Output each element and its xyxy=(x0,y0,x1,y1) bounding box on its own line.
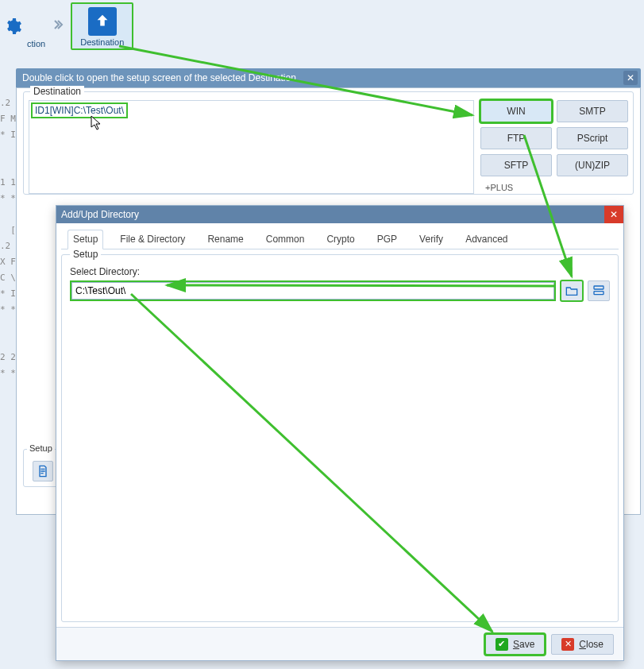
ribbon-toolbar: ction Destination xyxy=(0,0,644,52)
background-code-strip: .2 F M * I 1 1 * * [ .2 X F C \ * I * * … xyxy=(0,95,16,669)
dialog-title: Add/Upd Directory xyxy=(61,209,139,220)
svg-rect-4 xyxy=(594,286,604,289)
dialog-close-button[interactable]: ✕ xyxy=(604,206,623,223)
close-button-label: Close xyxy=(579,639,604,650)
plus-label: +PLUS xyxy=(485,183,628,192)
hint-text: Double click to open the setup screen of… xyxy=(22,72,296,83)
tab-setup[interactable]: Setup xyxy=(67,230,103,249)
tab-verify[interactable]: Verify xyxy=(414,230,449,249)
folder-open-icon xyxy=(565,285,578,296)
tab-file-directory[interactable]: File & Directory xyxy=(114,230,191,249)
ribbon-label-action-cut: ction xyxy=(27,39,45,48)
sftp-button[interactable]: SFTP xyxy=(480,154,552,176)
destination-listbox[interactable]: ID1[WIN]C:\Test\Out\ xyxy=(29,100,474,194)
hint-bar: Double click to open the setup screen of… xyxy=(16,68,641,87)
destination-group: Destination ID1[WIN]C:\Test\Out\ WIN SMT… xyxy=(23,91,634,195)
x-icon: ✕ xyxy=(561,638,574,651)
browse-folder-button[interactable] xyxy=(561,280,583,301)
document-icon xyxy=(37,465,49,478)
check-icon: ✔ xyxy=(496,638,508,651)
dialog-button-bar: ✔ Save ✕ Close xyxy=(56,627,623,660)
chevron-right-icon xyxy=(48,18,67,34)
close-button[interactable]: ✕ Close xyxy=(551,634,614,655)
save-button[interactable]: ✔ Save xyxy=(485,634,545,655)
close-icon[interactable]: ✕ xyxy=(623,71,638,85)
setup-mini-button[interactable] xyxy=(33,461,53,481)
directory-input[interactable] xyxy=(71,282,554,300)
save-button-label: Save xyxy=(513,639,534,650)
gear-icon xyxy=(2,15,24,37)
dialog-body-label: Setup xyxy=(70,249,101,260)
group-label: Destination xyxy=(30,86,84,97)
ftp-button[interactable]: FTP xyxy=(480,127,552,149)
smtp-button[interactable]: SMTP xyxy=(557,100,628,122)
tab-common[interactable]: Common xyxy=(260,230,310,249)
tab-pgp[interactable]: PGP xyxy=(372,230,403,249)
pscript-button[interactable]: PScript xyxy=(557,127,628,149)
setup-mini-label: Setup xyxy=(27,443,55,453)
directory-input-wrap xyxy=(70,280,556,301)
dialog-body-group: Setup Select Directory: xyxy=(61,254,619,622)
destination-button-grid: WIN SMTP FTP PScript SFTP (UN)ZIP +PLUS xyxy=(480,100,628,189)
unzip-button[interactable]: (UN)ZIP xyxy=(557,154,628,176)
destination-ribbon-button[interactable]: Destination xyxy=(71,2,133,50)
destination-list-item[interactable]: ID1[WIN]C:\Test\Out\ xyxy=(31,102,128,118)
directory-row xyxy=(70,280,610,301)
recent-folder-button[interactable] xyxy=(588,280,610,301)
dialog-titlebar: Add/Upd Directory ✕ xyxy=(56,206,623,223)
select-directory-label: Select Directory: xyxy=(70,266,610,277)
tab-rename[interactable]: Rename xyxy=(202,230,249,249)
ribbon-button-label: Destination xyxy=(80,37,124,47)
svg-rect-5 xyxy=(594,292,604,295)
dialog-tabstrip: Setup File & Directory Rename Common Cry… xyxy=(61,225,619,249)
close-icon: ✕ xyxy=(610,209,618,220)
win-button[interactable]: WIN xyxy=(480,100,552,122)
tab-advanced[interactable]: Advanced xyxy=(460,230,513,249)
tab-crypto[interactable]: Crypto xyxy=(321,230,360,249)
upload-icon xyxy=(88,7,117,36)
add-upd-directory-dialog: Add/Upd Directory ✕ Setup File & Directo… xyxy=(56,205,624,661)
server-icon xyxy=(592,284,605,297)
